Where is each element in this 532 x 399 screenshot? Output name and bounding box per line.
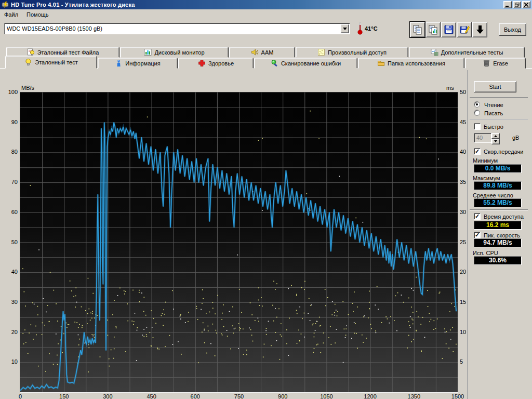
tab-эталонный-тест[interactable]: Эталонный тест: [5, 56, 97, 69]
write-radio[interactable]: [474, 110, 480, 116]
folder-icon: [377, 59, 385, 67]
menu-file[interactable]: Файл: [0, 10, 22, 19]
burst-rate-checkbox[interactable]: ✓: [474, 232, 481, 238]
bulb-icon: [24, 58, 32, 66]
burst-rate-value: 94.7 MB/s: [474, 238, 522, 247]
start-button-label: Start: [489, 84, 501, 90]
drive-selector-dropdown-button[interactable]: [340, 24, 349, 33]
speaker-icon: [251, 48, 259, 56]
y-left-tick-80: 80: [4, 149, 18, 155]
menu-bar: Файл Помощь: [0, 9, 532, 20]
chart-gridlines: [20, 92, 458, 392]
copy-button[interactable]: [410, 22, 425, 37]
save-as-icon: [459, 24, 470, 35]
maximum-value: 89.8 MB/s: [474, 181, 522, 190]
cpu-usage-value: 30.6%: [474, 256, 522, 265]
tab-дисковый-монитор[interactable]: Дисковый монитор: [120, 47, 229, 58]
tab-label: Эталонный тест: [35, 59, 77, 65]
bulb-file-icon: [27, 48, 35, 56]
cpu-usage-label: Исп. CPU: [473, 250, 498, 256]
tab-сканирование-ошибки[interactable]: Сканирование ошибки: [254, 58, 357, 69]
x-tick-600: 600: [191, 393, 200, 399]
health-cross-icon: [198, 59, 206, 67]
y-right-tick-25: 25: [460, 239, 473, 245]
maximum-label: Максимум: [473, 175, 500, 181]
chevron-down-icon: [343, 28, 347, 32]
quick-checkbox[interactable]: [474, 123, 481, 130]
y-right-tick-40: 40: [460, 149, 473, 155]
chevron-down-icon: [494, 140, 497, 144]
y-right-tick-5: 5: [460, 358, 473, 365]
close-button[interactable]: [522, 1, 530, 8]
copy-image-button[interactable]: [425, 22, 441, 37]
stepper-down-button[interactable]: [491, 139, 500, 144]
minimize-button[interactable]: [503, 1, 512, 8]
y-left-axis-title: MB/s: [21, 85, 34, 91]
tab-произвольный-доступ[interactable]: Произвольный доступ: [296, 47, 408, 58]
x-tick-300: 300: [103, 393, 112, 399]
dotted-square-icon: [317, 48, 325, 56]
x-tick-1500: 1500: [451, 393, 464, 399]
drive-selector-value: WDC WD15EADS-00P8B0 (1500 gB): [5, 25, 340, 32]
x-tick-750: 750: [234, 393, 244, 399]
y-left-tick-10: 10: [4, 358, 18, 365]
exit-button[interactable]: Выход: [499, 23, 526, 36]
quick-size-field[interactable]: 40: [474, 133, 491, 143]
stepper-up-button[interactable]: [491, 133, 500, 139]
x-tick-0: 0: [19, 393, 22, 399]
tab-label: Произвольный доступ: [328, 49, 387, 56]
drive-selector[interactable]: WDC WD15EADS-00P8B0 (1500 gB): [4, 23, 350, 34]
separator: [470, 97, 528, 98]
x-tick-1200: 1200: [364, 393, 376, 399]
separator: [470, 209, 528, 210]
save-as-button[interactable]: [457, 22, 472, 37]
access-time-checkbox-label: Время доступа: [484, 214, 524, 220]
download-button[interactable]: [472, 22, 487, 37]
restore-button[interactable]: [513, 1, 521, 8]
copy-image-icon: [428, 24, 438, 35]
benchmark-chart: [20, 92, 458, 393]
burst-rate-checkbox-label: Пик. скорость: [484, 232, 520, 238]
transfer-rate-checkbox[interactable]: ✓: [474, 148, 481, 155]
tab-label: Здоровье: [208, 60, 234, 66]
read-radio-label: Чтение: [484, 102, 503, 108]
save-button[interactable]: [441, 22, 456, 37]
app-icon: [2, 1, 9, 8]
chart-extra-icon: [431, 48, 438, 56]
tab-label: Информация: [125, 60, 160, 66]
tab-label: Сканирование ошибки: [281, 60, 341, 66]
tab-информация[interactable]: Информация: [98, 58, 178, 69]
save-icon: [444, 24, 454, 35]
minimize-icon: [506, 3, 510, 7]
access-time-checkbox[interactable]: ✓: [474, 213, 481, 220]
tab-label: Дополнительные тесты: [441, 49, 503, 56]
x-tick-450: 450: [147, 393, 156, 399]
tab-label: Дисковый монитор: [154, 49, 204, 56]
tab-aam[interactable]: AAM: [229, 47, 295, 58]
read-radio[interactable]: [474, 101, 480, 108]
tab-label: Эталонный тест Файла: [37, 49, 99, 56]
start-button[interactable]: Start: [474, 81, 516, 92]
tab-label: Папка использования: [388, 60, 445, 66]
minimum-value: 0.0 MB/s: [474, 164, 522, 173]
quick-size-stepper: [491, 133, 500, 143]
y-left-tick-60: 60: [4, 209, 18, 215]
quick-size-unit: gB: [512, 135, 519, 141]
copy-icon: [413, 24, 423, 35]
menu-help[interactable]: Помощь: [22, 10, 53, 19]
y-right-tick-15: 15: [460, 299, 473, 305]
window-title: HD Tune Pro 4.01 - Утилита жесткого диск…: [11, 2, 135, 8]
tab-папка-использования[interactable]: Папка использования: [358, 58, 464, 69]
x-tick-1350: 1350: [408, 393, 420, 399]
info-figure-icon: [115, 59, 123, 67]
y-right-axis-title: ms: [446, 85, 454, 91]
tab-дополнительные-тесты[interactable]: Дополнительные тесты: [409, 47, 525, 58]
tab-здоровье[interactable]: Здоровье: [178, 58, 254, 69]
close-icon: [524, 3, 528, 7]
exit-button-label: Выход: [504, 26, 521, 33]
y-left-tick-20: 20: [4, 329, 18, 335]
y-left-tick-90: 90: [4, 119, 18, 125]
quick-checkbox-label: Быстро: [484, 124, 503, 130]
title-bar: HD Tune Pro 4.01 - Утилита жесткого диск…: [0, 0, 532, 9]
tab-erase[interactable]: Erase: [465, 58, 526, 69]
